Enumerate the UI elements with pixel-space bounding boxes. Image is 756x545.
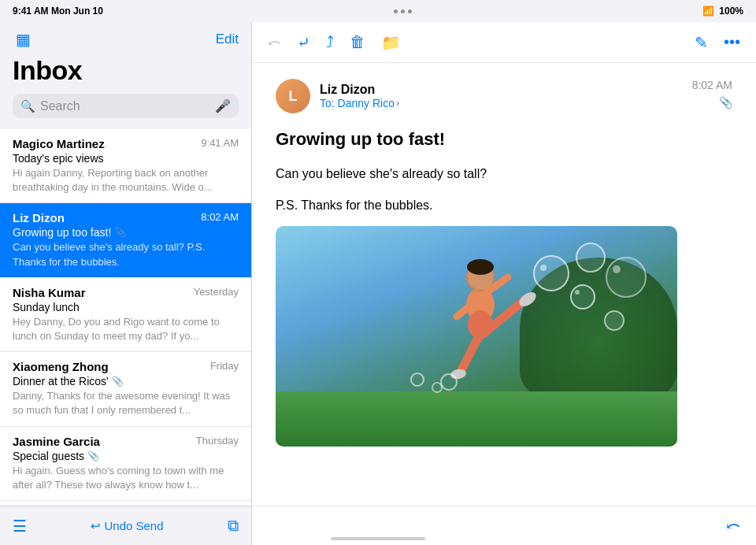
status-time: 9:41 AM Mon Jun 10 — [13, 6, 103, 17]
svg-point-25 — [432, 383, 442, 392]
email-time: Yesterday — [194, 286, 239, 298]
svg-point-20 — [605, 311, 624, 330]
email-preview: Hey Danny, Do you and Rigo want to come … — [13, 315, 239, 343]
forward-icon[interactable]: ⤴ — [326, 33, 334, 51]
svg-point-15 — [571, 285, 595, 309]
detail-time: 8:02 AM 📎 — [692, 79, 732, 109]
email-item[interactable]: Magico Martinez 9:41 AM Today's epic vie… — [0, 129, 251, 203]
email-time: Thursday — [196, 435, 239, 447]
wifi-icon: 📶 — [702, 6, 714, 17]
email-subject-heading: Growing up too fast! — [276, 129, 732, 150]
edit-button[interactable]: Edit — [216, 32, 239, 47]
battery-icon: 100% — [719, 6, 743, 17]
reply-bottom-icon[interactable]: ⤺ — [726, 516, 740, 536]
svg-point-16 — [575, 290, 580, 295]
folder-icon[interactable]: 📁 — [381, 33, 401, 52]
email-attached-image — [276, 226, 677, 447]
search-icon: 🔍 — [20, 99, 35, 113]
email-subject: Sunday lunch — [13, 301, 239, 313]
status-center — [394, 9, 412, 13]
attachment-detail-icon: 📎 — [719, 96, 732, 109]
email-item[interactable]: Jasmine Garcia Thursday Special guests 📎… — [0, 427, 251, 501]
email-subject: Today's epic views — [13, 152, 239, 165]
email-header: Nisha Kumar Yesterday — [13, 286, 239, 299]
search-bar: 🔍 🎤 — [13, 94, 239, 118]
status-indicators: 📶 100% — [702, 6, 743, 17]
svg-point-12 — [534, 256, 569, 291]
email-preview: Can you believe she's already so tall? P… — [13, 240, 239, 269]
reply-all-icon[interactable]: ⤶ — [297, 33, 310, 52]
attachment-icon: 📎 — [112, 376, 124, 387]
chevron-right-icon: › — [396, 98, 399, 109]
email-item[interactable]: Nisha Kumar Yesterday Sunday lunch Hey D… — [0, 278, 251, 352]
email-sender: Magico Martinez — [13, 137, 105, 150]
email-item-selected[interactable]: Liz Dizon 8:02 AM Growing up too fast! 📎… — [0, 203, 251, 277]
app-container: ▦ Edit Inbox 🔍 🎤 Magico Martinez 9:41 AM… — [0, 22, 756, 545]
home-indicator — [331, 537, 425, 540]
svg-point-24 — [411, 373, 424, 386]
sidebar-toggle-icon[interactable]: ▦ — [13, 28, 34, 50]
status-bar: 9:41 AM Mon Jun 10 📶 100% — [0, 0, 756, 22]
detail-bottom-bar: ⤺ — [252, 506, 756, 545]
attachment-icon: 📎 — [114, 227, 126, 238]
toolbar-left: ⤺ ⤶ ⤴ 🗑 📁 — [268, 33, 401, 52]
sidebar-header: ▦ Edit Inbox 🔍 🎤 — [0, 22, 251, 129]
email-body-line1: Can you believe she's already so tall? — [276, 164, 732, 184]
sender-name: Liz Dizon — [320, 83, 399, 97]
search-input[interactable] — [40, 99, 210, 113]
copy-icon[interactable]: ⧉ — [228, 517, 239, 535]
sender-details: Liz Dizon To: Danny Rico › — [320, 83, 399, 109]
svg-line-7 — [461, 336, 479, 372]
email-detail-pane: ⤺ ⤶ ⤴ 🗑 📁 ✎ ••• L Liz Dizon To: Danny Ri… — [252, 22, 756, 545]
detail-toolbar: ⤺ ⤶ ⤴ 🗑 📁 ✎ ••• — [252, 22, 756, 63]
email-sender: Liz Dizon — [13, 211, 65, 224]
email-sender: Jasmine Garcia — [13, 435, 100, 448]
email-preview: Danny, Thanks for the awesome evening! I… — [13, 389, 239, 417]
inbox-title: Inbox — [13, 55, 239, 86]
svg-point-13 — [540, 265, 547, 271]
email-subject: Growing up too fast! 📎 — [13, 226, 239, 239]
svg-point-23 — [613, 265, 621, 273]
email-time: Friday — [210, 360, 239, 372]
microphone-icon[interactable]: 🎤 — [215, 98, 231, 113]
email-sender: Xiaomeng Zhong — [13, 360, 109, 373]
avatar: L — [276, 79, 310, 113]
email-preview: Hi again. Guess who's coming to town wit… — [13, 464, 239, 492]
attachment-icon: 📎 — [87, 450, 99, 462]
email-sender: Nisha Kumar — [13, 286, 86, 299]
person-with-bubbles — [323, 234, 654, 407]
svg-point-3 — [467, 259, 494, 275]
filter-icon[interactable]: ☰ — [13, 517, 27, 536]
trash-icon[interactable]: 🗑 — [350, 33, 365, 51]
email-preview: Hi again Danny, Reporting back on anothe… — [13, 166, 239, 195]
email-header: Magico Martinez 9:41 AM — [13, 137, 239, 150]
email-header: Jasmine Garcia Thursday — [13, 435, 239, 448]
email-header: Liz Dizon 8:02 AM — [13, 211, 239, 224]
detail-content: L Liz Dizon To: Danny Rico › 8:02 AM 📎 G… — [252, 63, 756, 506]
svg-point-26 — [441, 374, 457, 390]
email-body-line2: P.S. Thanks for the bubbles. — [276, 195, 732, 216]
toolbar-right: ✎ ••• — [695, 33, 740, 52]
email-item[interactable]: Xiaomeng Zhong Friday Dinner at the Rico… — [0, 352, 251, 426]
sidebar-bottom: ☰ ↩ Undo Send ⧉ — [0, 506, 251, 545]
compose-icon[interactable]: ✎ — [695, 33, 708, 52]
reply-back-icon[interactable]: ⤺ — [268, 33, 281, 52]
email-time: 9:41 AM — [201, 137, 239, 149]
undo-send-button[interactable]: ↩ Undo Send — [91, 519, 163, 533]
undo-icon: ↩ — [91, 519, 101, 533]
email-sidebar: ▦ Edit Inbox 🔍 🎤 Magico Martinez 9:41 AM… — [0, 22, 252, 545]
email-item[interactable]: ⚑ Ryan Notch Wednesday Out of town Howdy… — [0, 501, 251, 506]
email-header: Xiaomeng Zhong Friday — [13, 360, 239, 373]
email-time: 8:02 AM — [201, 211, 239, 223]
email-subject: Dinner at the Ricos' 📎 — [13, 375, 239, 387]
email-subject: Special guests 📎 — [13, 450, 239, 462]
sender-info: L Liz Dizon To: Danny Rico › — [276, 79, 399, 113]
svg-point-22 — [606, 258, 646, 297]
email-detail-header: L Liz Dizon To: Danny Rico › 8:02 AM 📎 — [276, 79, 732, 113]
to-line[interactable]: To: Danny Rico › — [320, 97, 399, 109]
email-list: Magico Martinez 9:41 AM Today's epic vie… — [0, 129, 251, 506]
more-icon[interactable]: ••• — [724, 33, 740, 51]
svg-point-18 — [576, 243, 605, 272]
sidebar-nav: ▦ Edit — [13, 28, 239, 50]
